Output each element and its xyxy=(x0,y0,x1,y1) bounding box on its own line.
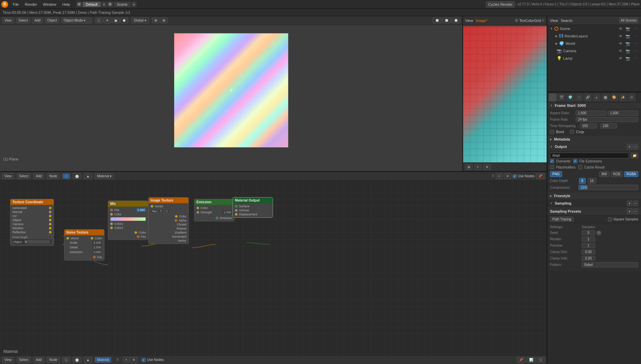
render-viewport[interactable]: View Select Add Object Object Mode ▾ ⬡ ☀… xyxy=(0,16,462,171)
pattern-select[interactable]: Sobol xyxy=(582,262,638,267)
vs-view[interactable]: View xyxy=(550,19,558,23)
rl-render-icon[interactable]: 📷 xyxy=(625,33,631,39)
placeholders-check[interactable] xyxy=(550,165,554,169)
render-icon-1[interactable]: ⬡ xyxy=(95,18,103,23)
outliner-item-camera[interactable]: 📷 Camera 👁 📷 ⋯ xyxy=(553,47,641,55)
prop-physics-icon[interactable]: ⚙ xyxy=(628,93,636,101)
color-depth-8[interactable]: 8 xyxy=(579,178,586,184)
workspace-scene-add[interactable]: + xyxy=(131,2,136,7)
path-tracing-select[interactable]: Path Tracing xyxy=(550,217,574,222)
bord-checkbox[interactable] xyxy=(550,130,554,134)
render-ico3[interactable]: 🔲 xyxy=(452,18,460,23)
node-add-btn[interactable]: Add xyxy=(33,173,44,179)
world-eye-icon[interactable]: 👁 xyxy=(617,40,623,47)
color-depth-16[interactable]: 16 xyxy=(588,178,596,184)
render-view-btn[interactable]: View xyxy=(2,18,14,23)
prop-scene-icon[interactable]: 🎬 xyxy=(557,93,566,101)
render-ico2[interactable]: 🔲 xyxy=(442,18,451,23)
ne-bottom-mode[interactable]: Material xyxy=(95,357,112,363)
time-new-val[interactable]: 100 xyxy=(600,123,617,128)
render-icon-3[interactable]: ▣ xyxy=(112,18,120,23)
material-zoom-fit[interactable]: ⊞ xyxy=(465,164,472,170)
ne-pin-icon[interactable]: 📌 xyxy=(517,357,525,363)
output-section-header[interactable]: ▼ Output + − xyxy=(547,143,641,151)
mix-fac-val[interactable]: 1.000 xyxy=(136,208,146,212)
freestyle-section-header[interactable]: ▶ Freestyle xyxy=(547,192,641,199)
material-add[interactable]: + xyxy=(475,164,481,170)
noise-scale-val[interactable]: 5.000 xyxy=(92,241,102,245)
em-strength-val[interactable]: 1.000 xyxy=(222,210,232,214)
rl-more-icon[interactable]: ⋯ xyxy=(632,33,638,39)
ne-bottom-icon1[interactable]: ⬡ xyxy=(62,357,70,363)
node-image-texture[interactable]: Image Texture Vector Tex T ⬡ Color Alpha… xyxy=(148,197,189,244)
lamp-render-icon[interactable]: 📷 xyxy=(625,55,631,61)
workspace-tab-icon[interactable]: ⊞ xyxy=(76,1,82,7)
node-noise-texture[interactable]: Noise Texture VectorColor Scale5.000 Det… xyxy=(64,229,104,261)
rl-eye-icon[interactable]: 👁 xyxy=(617,33,623,39)
world-render-icon[interactable]: 📷 xyxy=(625,40,631,47)
compression-bar[interactable]: 15% xyxy=(578,185,638,190)
world-more-icon[interactable]: ⋯ xyxy=(632,40,638,47)
prop-material-icon[interactable]: ⬤ xyxy=(601,93,609,101)
prop-object-icon[interactable]: ⬡ xyxy=(575,93,583,101)
lamp-more-icon[interactable]: ⋯ xyxy=(632,55,638,61)
format-rgb-btn[interactable]: RGB xyxy=(611,171,623,177)
file-ext-check[interactable] xyxy=(573,159,577,163)
noise-distortion-val[interactable]: 0.000 xyxy=(92,250,102,254)
outliner-item-renderlayers[interactable]: ▶ 🎞 RenderLayers 👁 📷 ⋯ xyxy=(553,32,641,40)
node-material-icon[interactable]: ⬡ xyxy=(62,173,70,179)
render-val[interactable]: 1 xyxy=(582,237,595,242)
node-pin[interactable]: 📌 xyxy=(536,173,545,179)
vs-search[interactable]: Search xyxy=(561,19,573,23)
outliner-item-lamp[interactable]: 💡 Lamp 👁 📷 ⋯ xyxy=(553,55,641,62)
metadata-section-header[interactable]: ▶ Metadata xyxy=(547,136,641,143)
material-image-btn[interactable]: Image* xyxy=(476,19,488,23)
output-path-input[interactable]: /tmp\ xyxy=(550,153,629,158)
render-select-btn[interactable]: Select xyxy=(16,18,30,23)
section-frame-start[interactable]: ▼ Frame Start: 5000 xyxy=(547,102,641,109)
all-scenes-select[interactable]: All Scenes xyxy=(619,18,638,23)
prop-particle-icon[interactable]: ✨ xyxy=(619,93,627,101)
ne-bottom-view[interactable]: View xyxy=(2,357,14,363)
presets-minus[interactable]: − xyxy=(633,209,638,214)
scene-render-icon[interactable]: 📷 xyxy=(625,26,631,32)
menu-help[interactable]: Help xyxy=(60,2,73,7)
node-close-icon[interactable]: ✕ xyxy=(504,173,511,179)
node-triangle-icon[interactable]: ▲ xyxy=(84,173,92,179)
ne-layout-icon[interactable]: ⬡ xyxy=(537,357,545,363)
cam-eye-icon[interactable]: 👁 xyxy=(617,48,623,54)
render-snapping2[interactable]: ⊞ xyxy=(160,18,167,23)
ne-add-icon[interactable]: + xyxy=(123,357,130,363)
ne-bottom-select[interactable]: Select xyxy=(17,357,31,363)
workspace-scene-icon[interactable]: ⊞ xyxy=(107,1,113,7)
prop-texture-icon[interactable]: 🎨 xyxy=(610,93,618,101)
prop-render-icon[interactable]: 🎥 xyxy=(549,93,557,101)
seed-val[interactable]: 0 xyxy=(582,230,595,235)
img-t-btn[interactable]: T xyxy=(159,209,163,214)
noise-detail-val[interactable]: 2.000 xyxy=(92,245,102,249)
ne-bottom-icon3[interactable]: ▲ xyxy=(84,357,92,363)
cam-more-icon[interactable]: ⋯ xyxy=(632,48,638,54)
workspace-add[interactable]: + xyxy=(101,2,106,7)
sampling-section-header[interactable]: ▼ Sampling + − xyxy=(547,199,641,207)
samp-add-btn[interactable]: + xyxy=(627,201,632,206)
menu-file[interactable]: File xyxy=(10,2,22,7)
node-add-icon[interactable]: + xyxy=(496,173,502,179)
output-folder-btn[interactable]: 📁 xyxy=(631,153,638,158)
prop-data-icon[interactable]: ▲ xyxy=(592,93,601,101)
square-samples-check[interactable] xyxy=(608,217,612,221)
prop-world-icon[interactable]: 🌍 xyxy=(566,93,574,101)
outliner-item-world[interactable]: ▶ 🌍 World 👁 📷 ⋯ xyxy=(553,40,641,47)
material-close[interactable]: ✕ xyxy=(483,164,491,170)
clamp-indir-val[interactable]: 0.00 xyxy=(582,256,595,261)
workspace-scene[interactable]: Scene xyxy=(114,2,131,7)
node-texture-coord[interactable]: Texture Coordinate Generated Normal UV O… xyxy=(10,199,54,246)
scene-eye-icon[interactable]: 👁 xyxy=(617,26,623,32)
engine-select[interactable]: Cycles Render xyxy=(486,1,515,7)
overwrite-check[interactable] xyxy=(550,159,554,163)
prop-constraint-icon[interactable]: 🔗 xyxy=(584,93,592,101)
img-tex-btn[interactable]: Tex xyxy=(151,209,158,214)
node-mode-btn[interactable]: Material ▾ xyxy=(95,173,114,179)
menu-window[interactable]: Window xyxy=(40,2,59,7)
blender-logo[interactable]: B xyxy=(1,1,8,8)
